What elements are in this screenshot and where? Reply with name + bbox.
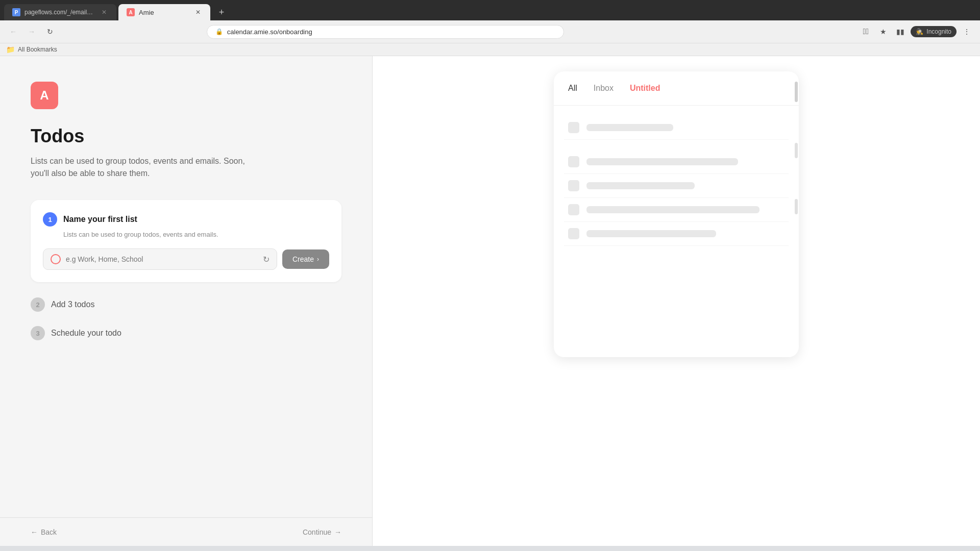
continue-arrow-icon: → bbox=[334, 528, 341, 536]
address-lock-icon: 🔒 bbox=[215, 28, 223, 35]
forward-nav-button[interactable]: → bbox=[24, 24, 39, 39]
bookmarks-bar: 📁 All Bookmarks bbox=[0, 43, 980, 56]
page-wrapper: A Todos Lists can be used to group todos… bbox=[0, 56, 980, 546]
skeleton-row-5 bbox=[564, 222, 789, 246]
step-2-row: 2 Add 3 todos bbox=[31, 290, 341, 319]
back-nav-button[interactable]: ← bbox=[6, 24, 20, 39]
step-1-subtitle: Lists can be used to group todos, events… bbox=[63, 231, 329, 238]
incognito-badge: 🕵 Incognito bbox=[911, 26, 957, 37]
skeleton-bar-2 bbox=[586, 158, 738, 165]
skeleton-row-4 bbox=[564, 198, 789, 222]
create-button-label: Create bbox=[292, 255, 314, 263]
tab-pageflows-label: pageflows.com/_/emails/_/7fb... bbox=[24, 9, 96, 16]
skeleton-checkbox-5 bbox=[568, 228, 579, 239]
bookmarks-folder-icon: 📁 bbox=[6, 45, 15, 54]
skeleton-checkbox-2 bbox=[568, 156, 579, 167]
preview-tabs: All Inbox Untitled bbox=[554, 84, 799, 106]
list-name-input[interactable] bbox=[66, 255, 258, 263]
skeleton-row-1 bbox=[564, 116, 789, 140]
list-name-input-wrapper: ↻ bbox=[43, 248, 277, 270]
todo-preview-card: All Inbox Untitled bbox=[554, 71, 799, 357]
step-1-title: Name your first list bbox=[63, 215, 137, 224]
new-tab-button[interactable]: + bbox=[214, 5, 229, 19]
left-panel: A Todos Lists can be used to group todos… bbox=[0, 56, 373, 546]
scrollbar-thumb-3 bbox=[795, 199, 798, 214]
scrollbar-thumb bbox=[795, 82, 798, 102]
tab-amie-close[interactable]: ✕ bbox=[194, 8, 202, 16]
step-3-row: 3 Schedule your todo bbox=[31, 319, 341, 347]
skeleton-checkbox-1 bbox=[568, 122, 579, 133]
browser-nav-bar: ← → ↻ 🔒 calendar.amie.so/onboarding 👁̸ ★… bbox=[0, 20, 980, 43]
skeleton-bar-5 bbox=[586, 230, 716, 237]
skeleton-checkbox-4 bbox=[568, 204, 579, 215]
continue-button[interactable]: Continue → bbox=[303, 528, 341, 536]
step-1-input-row: ↻ Create › bbox=[43, 248, 329, 270]
step-1-card: 1 Name your first list Lists can be used… bbox=[31, 200, 341, 282]
tab-all[interactable]: All bbox=[568, 84, 577, 95]
page-description: Lists can be used to group todos, events… bbox=[31, 155, 245, 180]
pageflows-favicon: P bbox=[12, 8, 20, 16]
right-panel: All Inbox Untitled bbox=[373, 56, 980, 546]
skeleton-row-2 bbox=[564, 150, 789, 174]
back-button[interactable]: ← Back bbox=[31, 528, 57, 536]
step-1-header: 1 Name your first list bbox=[43, 212, 329, 227]
incognito-label: Incognito bbox=[926, 28, 951, 35]
step-3-number: 3 bbox=[31, 326, 45, 340]
tab-amie[interactable]: A Amie ✕ bbox=[118, 4, 210, 20]
browser-chrome: P pageflows.com/_/emails/_/7fb... ✕ A Am… bbox=[0, 0, 980, 56]
tab-untitled[interactable]: Untitled bbox=[630, 84, 660, 95]
create-button[interactable]: Create › bbox=[282, 249, 329, 269]
address-text: calendar.amie.so/onboarding bbox=[227, 28, 312, 36]
refresh-nav-button[interactable]: ↻ bbox=[43, 24, 57, 39]
step-3-title: Schedule your todo bbox=[51, 329, 121, 338]
back-arrow-icon: ← bbox=[31, 528, 38, 536]
back-button-label: Back bbox=[41, 528, 57, 536]
step-2-title: Add 3 todos bbox=[51, 300, 94, 309]
more-menu-icon[interactable]: ⋮ bbox=[960, 24, 974, 39]
create-button-arrow-icon: › bbox=[317, 256, 319, 263]
continue-button-label: Continue bbox=[303, 528, 331, 536]
list-color-circle[interactable] bbox=[51, 254, 61, 264]
tab-pageflows-close[interactable]: ✕ bbox=[100, 8, 108, 16]
browser-tabs-bar: P pageflows.com/_/emails/_/7fb... ✕ A Am… bbox=[0, 0, 980, 20]
skeleton-bar-4 bbox=[586, 206, 760, 213]
skeleton-bar-3 bbox=[586, 182, 695, 189]
bookmark-star-icon[interactable]: ★ bbox=[876, 24, 890, 39]
skeleton-bar-1 bbox=[586, 124, 673, 131]
eye-slash-icon[interactable]: 👁̸ bbox=[859, 24, 873, 39]
amie-favicon: A bbox=[127, 8, 135, 16]
tab-pageflows[interactable]: P pageflows.com/_/emails/_/7fb... ✕ bbox=[4, 4, 116, 20]
sidebar-toggle-icon[interactable]: ▮▮ bbox=[893, 24, 908, 39]
scrollbar-thumb-2 bbox=[795, 143, 798, 158]
skeleton-list bbox=[554, 106, 799, 246]
step-2-number: 2 bbox=[31, 297, 45, 312]
tab-inbox[interactable]: Inbox bbox=[594, 84, 614, 95]
app-logo: A bbox=[31, 82, 58, 109]
bookmarks-label: All Bookmarks bbox=[18, 46, 57, 53]
bottom-nav-bar: ← Back Continue → bbox=[0, 517, 372, 546]
step-1-number: 1 bbox=[43, 212, 57, 227]
refresh-icon[interactable]: ↻ bbox=[263, 255, 270, 264]
tab-amie-label: Amie bbox=[139, 9, 154, 16]
skeleton-checkbox-3 bbox=[568, 180, 579, 191]
skeleton-row-3 bbox=[564, 174, 789, 198]
page-title: Todos bbox=[31, 126, 341, 147]
address-bar[interactable]: 🔒 calendar.amie.so/onboarding bbox=[207, 25, 564, 39]
scrollbar-area[interactable] bbox=[794, 71, 799, 357]
nav-right-actions: 👁̸ ★ ▮▮ 🕵 Incognito ⋮ bbox=[859, 24, 974, 39]
incognito-icon: 🕵 bbox=[916, 28, 923, 35]
